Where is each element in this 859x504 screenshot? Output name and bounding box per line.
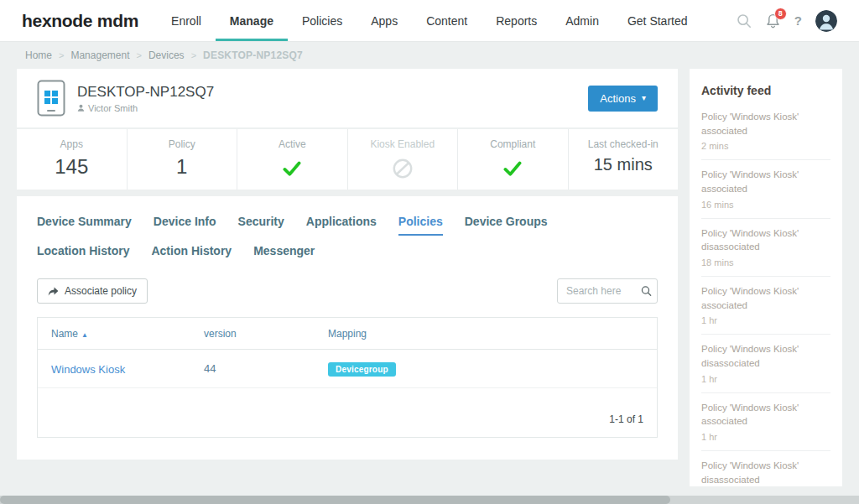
main-content: DESKTOP-NP12SQ7 Victor Smith Actions ▾ A… bbox=[0, 69, 859, 486]
breadcrumb-home[interactable]: Home bbox=[25, 49, 52, 61]
device-name: DESKTOP-NP12SQ7 bbox=[77, 84, 214, 101]
activity-item: Policy 'Windows Kiosk' disassociated 18 … bbox=[701, 219, 830, 277]
activity-text: Policy 'Windows Kiosk' disassociated bbox=[701, 459, 830, 486]
breadcrumb: Home > Management > Devices > DESKTOP-NP… bbox=[0, 42, 859, 69]
stat-label: Active bbox=[237, 138, 347, 150]
scrollbar-thumb[interactable] bbox=[0, 496, 670, 504]
tab-policies[interactable]: Policies bbox=[398, 215, 443, 236]
nav-item-enroll[interactable]: Enroll bbox=[157, 0, 216, 41]
policy-search bbox=[557, 278, 658, 304]
notification-badge: 8 bbox=[774, 8, 787, 20]
breadcrumb-separator: > bbox=[191, 50, 196, 60]
tab-location-history[interactable]: Location History bbox=[37, 244, 129, 265]
windows-device-icon bbox=[37, 80, 65, 117]
activity-time: 1 hr bbox=[701, 432, 830, 442]
activity-item: Policy 'Windows Kiosk' associated 16 min… bbox=[701, 160, 830, 218]
horizontal-scrollbar[interactable] bbox=[0, 496, 859, 504]
activity-text: Policy 'Windows Kiosk' associated bbox=[701, 110, 830, 138]
nav-item-get-started[interactable]: Get Started bbox=[613, 0, 702, 41]
nav-item-content[interactable]: Content bbox=[412, 0, 482, 41]
nav-item-manage[interactable]: Manage bbox=[216, 0, 288, 41]
stat-policy: Policy 1 bbox=[127, 129, 237, 190]
column-header-version[interactable]: version bbox=[204, 328, 328, 340]
nav-item-reports[interactable]: Reports bbox=[482, 0, 551, 41]
activity-time: 1 hr bbox=[701, 374, 830, 384]
chevron-down-icon: ▾ bbox=[642, 94, 646, 102]
policies-toolbar: Associate policy bbox=[37, 278, 658, 304]
tab-device-summary[interactable]: Device Summary bbox=[37, 215, 132, 236]
stat-label: Compliant bbox=[458, 138, 568, 150]
stat-last-checked-in: Last checked-in 15 mins bbox=[568, 129, 679, 190]
tab-device-info[interactable]: Device Info bbox=[154, 215, 216, 236]
policy-mapping-cell: Devicegroup bbox=[328, 361, 643, 377]
activity-text: Policy 'Windows Kiosk' associated bbox=[701, 401, 830, 429]
user-avatar[interactable] bbox=[815, 10, 837, 32]
tab-messenger[interactable]: Messenger bbox=[253, 244, 315, 265]
sort-asc-icon: ▲ bbox=[81, 331, 88, 339]
breadcrumb-management[interactable]: Management bbox=[70, 49, 129, 61]
stat-value: 15 mins bbox=[569, 155, 679, 174]
activity-text: Policy 'Windows Kiosk' associated bbox=[701, 168, 830, 195]
policy-name-cell: Windows Kiosk bbox=[51, 361, 204, 377]
help-icon[interactable]: ? bbox=[794, 13, 802, 28]
pagination: 1-1 of 1 bbox=[38, 388, 657, 437]
activity-time: 16 mins bbox=[701, 200, 830, 210]
activity-item: Policy 'Windows Kiosk' associated 2 mins bbox=[701, 102, 830, 160]
activity-feed-title: Activity feed bbox=[701, 81, 830, 102]
stat-apps: Apps 145 bbox=[17, 129, 127, 190]
check-icon bbox=[237, 155, 347, 179]
activity-text: Policy 'Windows Kiosk' associated bbox=[701, 284, 830, 312]
stat-value: 1 bbox=[128, 155, 237, 179]
nav-item-admin[interactable]: Admin bbox=[551, 0, 613, 41]
tab-device-groups[interactable]: Device Groups bbox=[465, 215, 548, 236]
associate-policy-button[interactable]: Associate policy bbox=[37, 278, 148, 304]
actions-button-label: Actions bbox=[600, 92, 636, 105]
stat-value: 145 bbox=[17, 155, 127, 179]
associate-policy-label: Associate policy bbox=[65, 285, 137, 297]
activity-time: 1 hr bbox=[701, 315, 830, 325]
actions-button[interactable]: Actions ▾ bbox=[588, 86, 658, 112]
breadcrumb-devices[interactable]: Devices bbox=[148, 49, 185, 61]
search-icon[interactable] bbox=[737, 13, 752, 29]
policy-link[interactable]: Windows Kiosk bbox=[51, 363, 125, 376]
breadcrumb-current-device: DESKTOP-NP12SQ7 bbox=[203, 49, 303, 61]
device-owner-name: Victor Smith bbox=[88, 103, 138, 113]
breadcrumb-separator: > bbox=[59, 50, 64, 60]
device-header: DESKTOP-NP12SQ7 Victor Smith Actions ▾ bbox=[17, 69, 678, 127]
column-header-mapping[interactable]: Mapping bbox=[328, 328, 643, 340]
search-icon[interactable] bbox=[641, 286, 652, 297]
primary-nav: Enroll Manage Policies Apps Content Repo… bbox=[157, 0, 701, 41]
device-owner: Victor Smith bbox=[77, 103, 214, 113]
breadcrumb-separator: > bbox=[137, 50, 142, 60]
stat-label: Last checked-in bbox=[569, 138, 679, 150]
device-stats: Apps 145 Policy 1 Active Kiosk Enabled bbox=[17, 129, 678, 190]
navbar-actions: 8 ? bbox=[737, 0, 837, 41]
stat-active: Active bbox=[237, 129, 347, 190]
check-icon bbox=[458, 155, 568, 179]
table-header-row: Name▲ version Mapping bbox=[38, 318, 657, 350]
policies-table: Name▲ version Mapping Windows Kiosk 44 D… bbox=[37, 317, 658, 438]
table-row[interactable]: Windows Kiosk 44 Devicegroup bbox=[38, 350, 657, 388]
notifications-bell-icon[interactable]: 8 bbox=[765, 13, 781, 29]
column-header-name[interactable]: Name▲ bbox=[51, 328, 204, 340]
activity-time: 2 mins bbox=[701, 141, 830, 151]
tab-security[interactable]: Security bbox=[238, 215, 284, 236]
stat-label: Kiosk Enabled bbox=[348, 138, 458, 150]
user-icon bbox=[77, 104, 85, 112]
nav-item-policies[interactable]: Policies bbox=[288, 0, 357, 41]
device-detail-panel: Device Summary Device Info Security Appl… bbox=[17, 196, 678, 460]
activity-item: Policy 'Windows Kiosk' disassociated 1 h… bbox=[701, 335, 830, 392]
app-logo[interactable]: hexnode mdm bbox=[22, 0, 138, 41]
policy-version-cell: 44 bbox=[204, 362, 328, 375]
column-header-name-label: Name bbox=[51, 328, 78, 340]
tab-action-history[interactable]: Action History bbox=[151, 244, 232, 265]
activity-item: Policy 'Windows Kiosk' associated 1 hr bbox=[701, 277, 830, 335]
nav-item-apps[interactable]: Apps bbox=[357, 0, 412, 41]
activity-item: Policy 'Windows Kiosk' associated 1 hr bbox=[701, 393, 830, 451]
stat-label: Apps bbox=[17, 138, 127, 150]
activity-text: Policy 'Windows Kiosk' disassociated bbox=[701, 226, 830, 254]
mapping-badge: Devicegroup bbox=[328, 362, 396, 377]
tab-applications[interactable]: Applications bbox=[306, 215, 377, 236]
stat-label: Policy bbox=[128, 138, 237, 150]
disabled-icon bbox=[348, 155, 458, 179]
